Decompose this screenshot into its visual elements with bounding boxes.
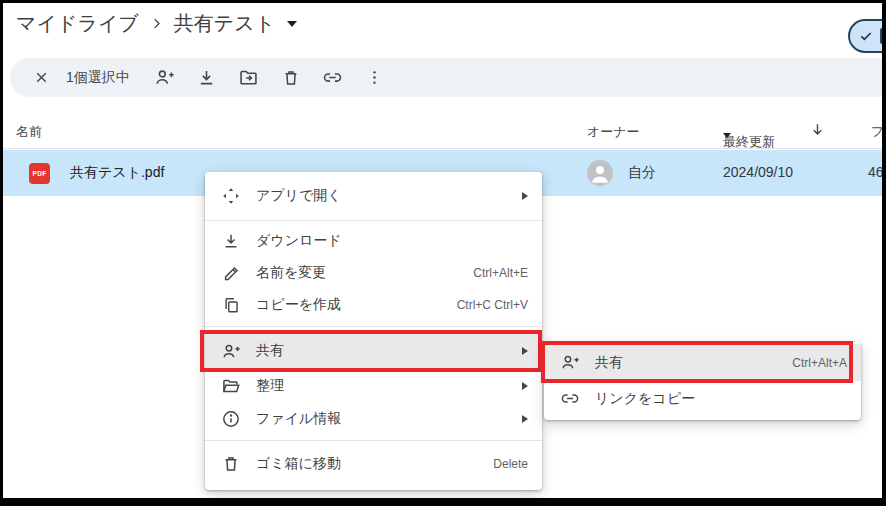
copy-icon — [221, 295, 241, 315]
link-icon — [322, 67, 343, 88]
menu-item-label: コピーを作成 — [256, 296, 447, 314]
file-list-header: 名前 オーナー 最終更新 フ — [3, 113, 882, 149]
header-name[interactable]: 名前 — [16, 123, 42, 141]
open-with-icon — [221, 186, 241, 206]
menu-item-label: ダウンロード — [256, 232, 528, 250]
pencil-icon — [221, 263, 241, 283]
column-caret-icon — [723, 133, 731, 138]
selection-chip[interactable] — [848, 19, 882, 53]
menu-shortcut: Delete — [493, 457, 528, 471]
breadcrumb: マイドライブ 共有テスト — [16, 10, 297, 37]
menu-divider — [205, 326, 542, 327]
person-add-icon — [560, 353, 580, 373]
owner-avatar — [587, 160, 613, 186]
submenu-item-copy-link[interactable]: リンクをコピー — [544, 381, 861, 416]
sort-direction-button[interactable] — [809, 121, 826, 138]
move-to-folder-button[interactable] — [228, 58, 270, 97]
submenu-arrow-icon — [522, 415, 528, 423]
close-selection-button[interactable] — [26, 58, 56, 97]
menu-item-label: 名前を変更 — [256, 264, 463, 282]
copy-link-button[interactable] — [312, 58, 354, 97]
menu-shortcut: Ctrl+Alt+A — [792, 356, 847, 370]
share-submenu: 共有 Ctrl+Alt+A リンクをコピー — [544, 342, 861, 420]
folder-menu-caret-icon[interactable] — [287, 21, 297, 27]
folder-open-icon — [221, 376, 241, 396]
menu-item-label: 共有 — [595, 354, 782, 372]
download-icon — [196, 67, 217, 88]
submenu-arrow-icon — [522, 347, 528, 355]
download-button[interactable] — [186, 58, 228, 97]
breadcrumb-current[interactable]: 共有テスト — [174, 10, 275, 37]
header-file-size-truncated[interactable]: フ — [871, 123, 882, 141]
menu-item-label: 整理 — [256, 377, 512, 395]
header-owner[interactable]: オーナー — [587, 123, 640, 141]
menu-item-label: アプリで開く — [256, 187, 512, 205]
screenshot-frame: マイドライブ 共有テスト 1個選択中 — [0, 0, 886, 506]
trash-icon — [221, 454, 241, 474]
last-modified-date: 2024/09/10 — [723, 164, 793, 180]
menu-shortcut: Ctrl+Alt+E — [473, 266, 528, 280]
submenu-arrow-icon — [522, 192, 528, 200]
more-vertical-icon — [365, 68, 384, 87]
menu-shortcut: Ctrl+C Ctrl+V — [457, 298, 528, 312]
breadcrumb-parent[interactable]: マイドライブ — [16, 10, 139, 37]
menu-item-open-with[interactable]: アプリで開く — [205, 176, 542, 216]
download-icon — [221, 231, 241, 251]
move-to-folder-icon — [238, 67, 259, 88]
info-icon — [221, 409, 241, 429]
check-icon — [858, 28, 874, 44]
selection-toolbar: 1個選択中 — [10, 58, 882, 97]
owner-name: 自分 — [628, 164, 656, 182]
trash-button[interactable] — [270, 58, 312, 97]
menu-item-label: ファイル情報 — [256, 410, 512, 428]
submenu-arrow-icon — [522, 382, 528, 390]
person-add-icon — [221, 341, 241, 361]
pdf-file-icon: PDF — [29, 163, 50, 184]
menu-item-make-copy[interactable]: コピーを作成 Ctrl+C Ctrl+V — [205, 289, 542, 321]
close-icon — [33, 69, 50, 86]
submenu-item-share[interactable]: 共有 Ctrl+Alt+A — [544, 344, 861, 381]
menu-item-rename[interactable]: 名前を変更 Ctrl+Alt+E — [205, 257, 542, 289]
menu-item-label: リンクをコピー — [595, 390, 847, 408]
person-add-icon — [154, 67, 175, 88]
file-name: 共有テスト.pdf — [70, 164, 164, 182]
trash-icon — [281, 68, 301, 88]
more-actions-button[interactable] — [354, 58, 396, 97]
menu-item-organize[interactable]: 整理 — [205, 370, 542, 402]
menu-item-download[interactable]: ダウンロード — [205, 225, 542, 257]
menu-item-label: 共有 — [256, 342, 512, 360]
menu-item-label: ゴミ箱に移動 — [256, 455, 483, 473]
drive-window: マイドライブ 共有テスト 1個選択中 — [3, 3, 882, 498]
link-icon — [560, 389, 580, 409]
file-size-truncated: 46 — [868, 164, 882, 180]
menu-divider — [205, 440, 542, 441]
menu-item-file-info[interactable]: ファイル情報 — [205, 402, 542, 435]
share-button[interactable] — [144, 58, 186, 97]
chevron-right-icon — [149, 16, 164, 31]
selection-count-label: 1個選択中 — [66, 69, 130, 87]
context-menu: アプリで開く ダウンロード 名前を変更 Ctrl+Alt+E コピーを作成 Ct… — [205, 172, 542, 490]
menu-divider — [205, 220, 542, 221]
menu-item-move-to-trash[interactable]: ゴミ箱に移動 Delete — [205, 446, 542, 482]
menu-item-share[interactable]: 共有 — [205, 332, 542, 370]
clipped-glyph — [880, 28, 882, 44]
